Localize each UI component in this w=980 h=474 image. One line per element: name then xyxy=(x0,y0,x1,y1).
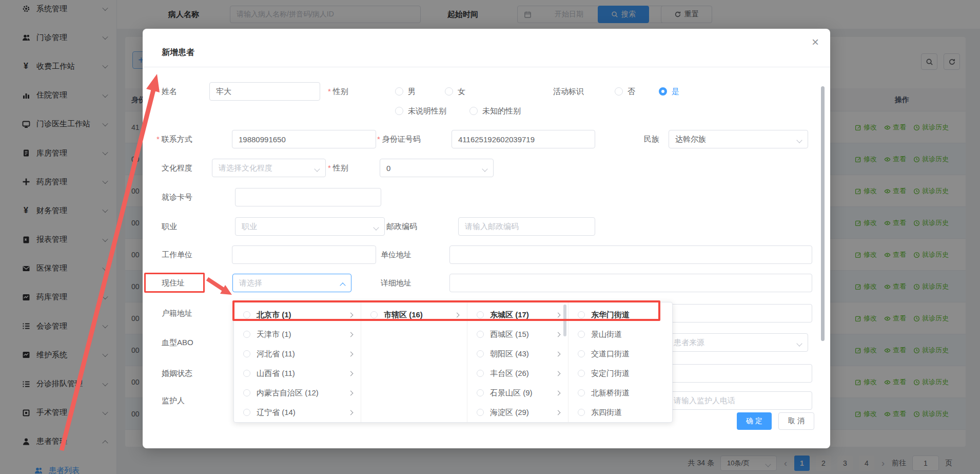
id-card-input[interactable]: 411625192602039719 xyxy=(452,130,595,148)
cascader-street-column: 东华门街道 景山街道 交道口街道 安定门街道 北新桥街道 东四街道 xyxy=(569,302,673,422)
detail-address-input[interactable] xyxy=(449,274,812,292)
patient-source-select[interactable]: 患者来源 xyxy=(667,333,808,352)
gender-label: *性别 xyxy=(328,82,348,101)
radio-icon xyxy=(578,331,585,338)
radio-icon xyxy=(615,87,623,96)
cascader-option[interactable]: 东四街道 xyxy=(569,403,673,422)
ethnicity-select[interactable]: 达斡尔族 xyxy=(669,130,808,148)
guardian-label: 监护人 xyxy=(162,391,185,410)
chevron-down-icon xyxy=(796,340,802,346)
active-yes-radio[interactable]: 是 xyxy=(659,82,679,101)
radio-icon xyxy=(370,311,378,318)
gender-unknown-radio[interactable]: 未知的性别 xyxy=(469,102,521,120)
cascader-city-column: 市辖区 (16) xyxy=(361,302,467,422)
chevron-down-icon xyxy=(796,137,802,143)
radio-icon xyxy=(469,107,478,115)
cascader-option[interactable]: 山西省 (11) xyxy=(234,364,361,383)
id-card-label: *身份证号码 xyxy=(377,130,421,148)
radio-icon xyxy=(477,389,484,396)
radio-icon xyxy=(243,331,250,338)
cascader-option[interactable]: 北新桥街道 xyxy=(569,383,673,403)
cascader-province-column: 北京市 (1) 天津市 (1) 河北省 (11) 山西省 (11) 内蒙古自治区… xyxy=(234,302,361,422)
cascader-option[interactable]: 天津市 (1) xyxy=(234,325,361,344)
cascader-option[interactable]: 丰台区 (26) xyxy=(467,364,568,383)
chevron-right-icon xyxy=(556,313,561,318)
cascader-option[interactable]: 内蒙古自治区 (12) xyxy=(234,383,361,403)
household-address-label: 户籍地址 xyxy=(162,304,192,323)
cascader-option[interactable]: 朝阳区 (43) xyxy=(467,344,568,364)
radio-icon xyxy=(578,370,585,377)
gender-unstated-radio[interactable]: 未说明性别 xyxy=(395,102,446,120)
radio-icon xyxy=(395,87,403,96)
gender-code-select[interactable]: 0 xyxy=(380,159,494,177)
chevron-right-icon xyxy=(556,410,561,415)
cascader-option[interactable]: 景山街道 xyxy=(569,325,673,344)
cascader-option[interactable]: 安定门街道 xyxy=(569,364,673,383)
cascader-option[interactable]: 市辖区 (16) xyxy=(361,305,467,325)
cascader-option[interactable]: 辽宁省 (14) xyxy=(234,403,361,422)
occupation-label: 职业 xyxy=(162,217,177,236)
radio-icon xyxy=(243,409,250,416)
education-select[interactable]: 请选择文化程度 xyxy=(212,159,326,177)
active-no-radio[interactable]: 否 xyxy=(615,82,635,101)
cascader-option[interactable]: 东城区 (17) xyxy=(467,305,568,325)
chevron-right-icon xyxy=(348,313,354,318)
chevron-right-icon xyxy=(556,371,561,376)
postcode-label: 邮政编码 xyxy=(386,217,417,236)
card-no-input[interactable] xyxy=(235,188,381,206)
chevron-right-icon xyxy=(348,410,354,415)
ethnicity-label: 民族 xyxy=(644,130,659,148)
cancel-button[interactable]: 取 消 xyxy=(778,412,814,430)
radio-icon xyxy=(477,331,484,338)
name-input[interactable]: 牢大 xyxy=(209,82,320,101)
chevron-up-icon xyxy=(340,282,345,288)
radio-icon xyxy=(578,389,585,396)
patient-management-screen: 系统管理 门诊管理 ¥ 收费工作站 住院管理 门诊医生工作站 xyxy=(0,0,980,474)
close-icon[interactable]: × xyxy=(812,36,819,48)
chevron-right-icon xyxy=(556,391,561,396)
cascader-option[interactable]: 北京市 (1) xyxy=(234,305,361,325)
radio-icon xyxy=(477,311,484,318)
cascader-option[interactable]: 海淀区 (29) xyxy=(467,403,568,422)
radio-icon xyxy=(395,107,403,115)
confirm-button[interactable]: 确 定 xyxy=(737,412,772,430)
cascader-option[interactable]: 交道口街道 xyxy=(569,344,673,364)
contact-label: *联系方式 xyxy=(156,130,192,148)
chevron-right-icon xyxy=(348,391,354,396)
work-unit-input[interactable] xyxy=(232,245,376,264)
postcode-input[interactable]: 请输入邮政编码 xyxy=(458,217,595,236)
current-address-cascader[interactable]: 请选择 xyxy=(232,274,351,292)
cascader-scrollbar[interactable] xyxy=(563,305,566,336)
address-cascader-panel: 北京市 (1) 天津市 (1) 河北省 (11) 山西省 (11) 内蒙古自治区… xyxy=(233,302,673,423)
chevron-right-icon xyxy=(455,313,460,318)
dialog-scrollbar[interactable] xyxy=(821,86,825,341)
unit-address-input[interactable] xyxy=(449,245,812,264)
cascader-option[interactable]: 东华门街道 xyxy=(569,305,673,325)
divider xyxy=(143,67,830,67)
blood-type-label: 血型ABO xyxy=(162,333,193,352)
gender-female-radio[interactable]: 女 xyxy=(445,82,465,101)
cascader-option[interactable]: 西城区 (15) xyxy=(467,325,568,344)
name-label: *姓名 xyxy=(156,82,177,101)
occupation-select[interactable]: 职业 xyxy=(235,217,385,236)
current-address-label: 现住址 xyxy=(162,274,185,292)
radio-icon xyxy=(477,350,484,357)
marital-right-input[interactable] xyxy=(667,364,812,383)
marital-status-label: 婚姻状态 xyxy=(162,364,192,383)
radio-icon xyxy=(243,389,250,396)
chevron-down-icon xyxy=(314,166,320,172)
contact-input[interactable]: 19880991650 xyxy=(232,130,376,148)
card-no-label: 就诊卡号 xyxy=(162,188,192,206)
radio-icon xyxy=(477,370,484,377)
chevron-down-icon xyxy=(482,166,487,172)
chevron-right-icon xyxy=(348,371,354,376)
radio-icon xyxy=(477,409,484,416)
cascader-option[interactable]: 河北省 (11) xyxy=(234,344,361,364)
gender-code-label: *性别 xyxy=(328,159,348,177)
cascader-option[interactable]: 石景山区 (9) xyxy=(467,383,568,403)
radio-icon xyxy=(445,87,453,96)
gender-male-radio[interactable]: 男 xyxy=(395,82,416,101)
unit-address-label: 单位地址 xyxy=(381,245,411,264)
guardian-phone-input[interactable]: 请输入监护人电话 xyxy=(667,391,812,410)
chevron-right-icon xyxy=(348,332,354,337)
